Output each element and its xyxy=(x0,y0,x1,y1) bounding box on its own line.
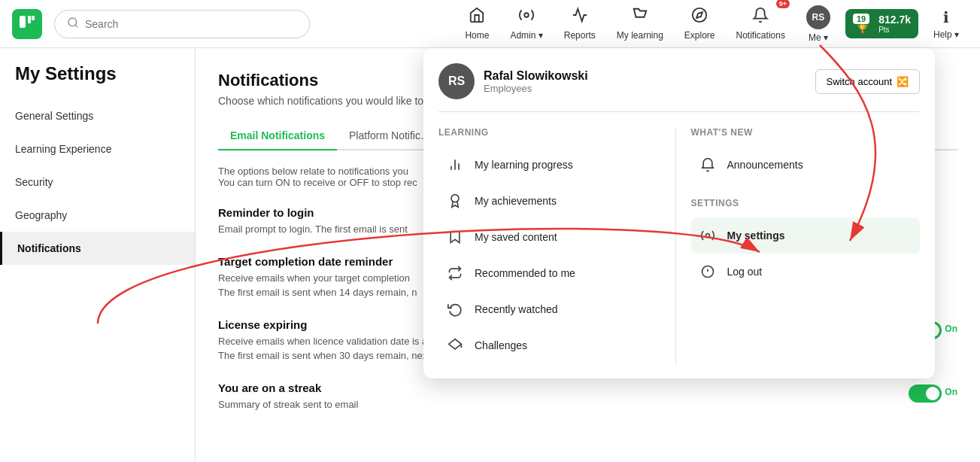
top-nav: Home Admin ▾ Reports My learning Explore xyxy=(0,0,980,48)
announcements-icon xyxy=(697,154,718,175)
svg-point-3 xyxy=(68,18,77,26)
streak-toggle-wrap: On xyxy=(894,381,957,403)
whats-new-section-title: What's new xyxy=(691,127,921,138)
menu-item-recently-watched[interactable]: Recently watched xyxy=(438,291,668,327)
achievements-icon xyxy=(444,190,466,211)
help-icon: ℹ xyxy=(943,8,949,26)
sidebar-item-security[interactable]: Security xyxy=(0,166,195,199)
logout-label: Log out xyxy=(727,266,763,278)
nav-help[interactable]: ℹ Help ▾ xyxy=(924,2,968,46)
streak-title: You are on a streak xyxy=(218,381,358,394)
home-icon xyxy=(469,7,485,27)
notifications-label: Notifications xyxy=(736,30,785,41)
pts-button[interactable]: 19 🏆 812.7k Pts xyxy=(845,9,918,38)
me-dropdown: RS Rafal Slowikowski Employees Switch ac… xyxy=(423,48,935,378)
explore-label: Explore xyxy=(684,30,715,41)
dropdown-role: Employees xyxy=(484,83,588,94)
svg-rect-0 xyxy=(20,16,26,28)
pts-icon: 🏆 xyxy=(857,24,868,34)
streak-toggle-label: On xyxy=(945,387,957,397)
nav-reports[interactable]: Reports xyxy=(555,1,605,47)
sidebar-item-geography[interactable]: Geography xyxy=(0,199,195,232)
menu-item-recommended[interactable]: Recommended to me xyxy=(438,255,668,291)
settings-section-title: Settings xyxy=(691,198,921,208)
svg-point-6 xyxy=(693,8,706,22)
dropdown-learning-col: Learning My learning progress My achieve… xyxy=(438,127,668,363)
saved-label: My saved content xyxy=(475,231,557,243)
dropdown-header: RS Rafal Slowikowski Employees Switch ac… xyxy=(438,63,920,112)
notifications-icon xyxy=(752,7,769,27)
admin-icon xyxy=(518,7,535,27)
menu-item-achievements[interactable]: My achievements xyxy=(438,183,668,219)
reports-icon xyxy=(572,7,588,27)
nav-me[interactable]: RS Me ▾ xyxy=(797,0,839,49)
nav-home[interactable]: Home xyxy=(456,1,498,47)
learning-section-title: Learning xyxy=(438,127,668,138)
learning-progress-label: My learning progress xyxy=(475,159,573,171)
sidebar-item-notifications[interactable]: Notifications xyxy=(0,232,195,265)
sidebar-item-general[interactable]: General Settings xyxy=(0,99,195,132)
reports-label: Reports xyxy=(564,30,596,41)
svg-rect-1 xyxy=(28,16,31,23)
home-label: Home xyxy=(465,30,489,41)
svg-rect-2 xyxy=(32,16,35,20)
announcements-label: Announcements xyxy=(727,159,803,171)
me-label: Me ▾ xyxy=(809,32,828,43)
streak-text: You are on a streak Summary of streak se… xyxy=(218,381,358,412)
page-title: My Settings xyxy=(0,63,195,99)
svg-point-11 xyxy=(451,195,459,202)
pts-label: Pts xyxy=(878,26,911,34)
my-settings-icon xyxy=(697,225,718,246)
app-logo[interactable] xyxy=(12,9,42,39)
nav-explore[interactable]: Explore xyxy=(675,1,724,47)
logout-icon xyxy=(697,261,718,282)
menu-item-logout[interactable]: Log out xyxy=(691,254,921,290)
dropdown-user-info: Rafal Slowikowski Employees xyxy=(484,69,588,94)
notif-item-streak: You are on a streak Summary of streak se… xyxy=(218,381,957,412)
search-bar[interactable] xyxy=(54,10,310,38)
dropdown-name: Rafal Slowikowski xyxy=(484,69,588,83)
menu-item-my-settings[interactable]: My settings xyxy=(691,217,921,254)
menu-item-announcements[interactable]: Announcements xyxy=(691,147,921,183)
achievements-label: My achievements xyxy=(475,195,557,207)
logo-text xyxy=(18,13,36,35)
streak-desc: Summary of streak sent to email xyxy=(218,397,358,412)
search-input[interactable] xyxy=(85,18,297,30)
recently-watched-icon xyxy=(444,299,466,320)
svg-marker-7 xyxy=(696,12,702,18)
pts-value: 812.7k xyxy=(878,14,911,26)
search-icon xyxy=(67,17,79,32)
help-label: Help ▾ xyxy=(933,29,959,40)
pts-badge: 19 xyxy=(853,14,869,24)
nav-notifications[interactable]: 9+ Notifications xyxy=(727,1,794,47)
nav-mylearning[interactable]: My learning xyxy=(608,1,672,47)
challenges-icon xyxy=(444,335,466,356)
saved-icon xyxy=(444,226,466,248)
challenges-label: Challenges xyxy=(475,339,527,351)
svg-point-5 xyxy=(524,13,529,17)
menu-item-challenges[interactable]: Challenges xyxy=(438,327,668,363)
tab-email-notifications[interactable]: Email Notifications xyxy=(218,122,337,150)
mylearning-label: My learning xyxy=(617,30,663,41)
recently-watched-label: Recently watched xyxy=(475,303,558,315)
dropdown-right-col: What's new Announcements Settings My set… xyxy=(675,127,921,363)
nav-admin[interactable]: Admin ▾ xyxy=(501,1,551,47)
explore-icon xyxy=(691,7,708,27)
recommended-icon xyxy=(444,263,466,284)
sidebar-item-learning-experience[interactable]: Learning Experience xyxy=(0,132,195,166)
mylearning-icon xyxy=(632,7,648,27)
notifications-badge: 9+ xyxy=(776,0,790,8)
dropdown-avatar: RS xyxy=(438,63,475,99)
menu-item-saved[interactable]: My saved content xyxy=(438,219,668,255)
dropdown-body: Learning My learning progress My achieve… xyxy=(438,127,920,363)
learning-progress-icon xyxy=(444,154,466,175)
svg-line-4 xyxy=(75,25,77,27)
admin-label: Admin ▾ xyxy=(510,30,542,41)
nav-items: Home Admin ▾ Reports My learning Explore xyxy=(456,0,968,49)
svg-point-12 xyxy=(705,234,709,238)
license-toggle-label: On xyxy=(945,324,957,334)
sidebar: My Settings General Settings Learning Ex… xyxy=(0,48,196,462)
menu-item-learning-progress[interactable]: My learning progress xyxy=(438,147,668,183)
streak-toggle[interactable] xyxy=(909,384,942,403)
switch-account-button[interactable]: Switch account 🔀 xyxy=(815,69,920,94)
